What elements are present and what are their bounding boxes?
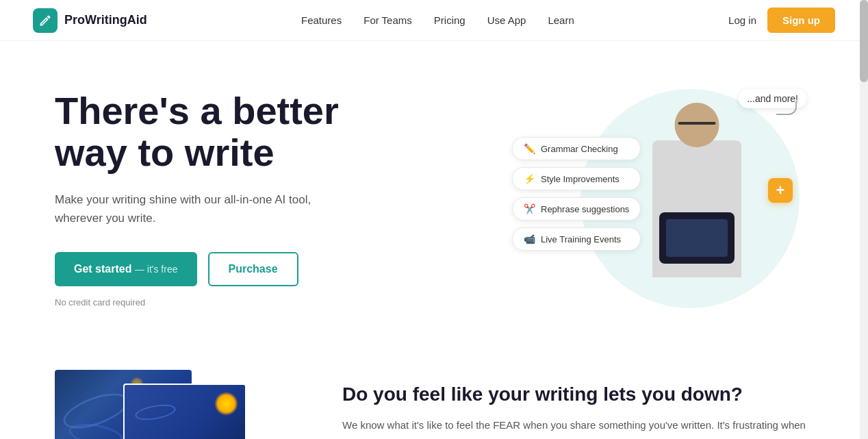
hero-section: There's a better way to write Make your … <box>0 41 868 342</box>
grammar-icon: ✏️ <box>524 143 535 154</box>
chip-training: 📹 Live Training Events <box>512 227 641 251</box>
login-link[interactable]: Log in <box>728 14 756 26</box>
nav-use-app[interactable]: Use App <box>487 14 526 26</box>
style-icon: ⚡ <box>524 173 535 184</box>
person-illustration <box>635 103 758 315</box>
lower-title: Do you feel like your writing lets you d… <box>342 384 813 405</box>
chip-style-label: Style Improvements <box>541 174 620 184</box>
and-more-tail <box>776 101 797 115</box>
rephrase-icon: ✂️ <box>524 203 535 214</box>
chip-grammar-label: Grammar Checking <box>541 144 618 154</box>
logo-text: ProWritingAid <box>64 13 147 27</box>
header: ProWritingAid Features For Teams Pricing… <box>0 0 868 41</box>
lower-description: We know what it's like to feel the FEAR … <box>342 416 813 439</box>
nav-for-teams[interactable]: For Teams <box>363 14 412 26</box>
chip-training-label: Live Training Events <box>541 234 621 244</box>
no-credit-text: No credit card required <box>55 297 342 308</box>
hero-title-line2: way to write <box>55 131 275 174</box>
painting-area: My idea in my head <box>55 370 301 439</box>
chip-grammar: ✏️ Grammar Checking <box>512 137 641 160</box>
logo-svg <box>38 14 52 27</box>
purchase-button[interactable]: Purchase <box>208 252 298 286</box>
logo-icon <box>33 8 58 33</box>
training-icon: 📹 <box>524 234 535 244</box>
logo[interactable]: ProWritingAid <box>33 8 147 33</box>
person-head <box>675 103 719 147</box>
hero-title: There's a better way to write <box>55 90 342 174</box>
laptop-screen <box>666 219 728 257</box>
nav-pricing[interactable]: Pricing <box>434 14 465 26</box>
hero-buttons: Get started — it's free Purchase <box>55 252 342 286</box>
hero-subtitle: Make your writing shine with our all-in-… <box>55 190 342 227</box>
hero-illustration: ✏️ Grammar Checking ⚡ Style Improvements… <box>512 82 813 315</box>
front-swirl <box>134 402 177 423</box>
feature-chips: ✏️ Grammar Checking ⚡ Style Improvements… <box>512 137 641 251</box>
hero-title-line1: There's a better <box>55 89 339 132</box>
lower-section: My idea in my head Do you feel like your… <box>0 370 868 439</box>
get-started-button[interactable]: Get started — it's free <box>55 252 197 286</box>
chip-style: ⚡ Style Improvements <box>512 167 641 190</box>
nav-features[interactable]: Features <box>301 14 342 26</box>
painting-front <box>123 384 246 439</box>
navigation: Features For Teams Pricing Use App Learn <box>301 14 574 26</box>
laptop <box>659 212 735 264</box>
nav-learn[interactable]: Learn <box>548 14 574 26</box>
plus-badge: + <box>768 178 793 203</box>
front-moon <box>214 392 238 416</box>
chip-rephrase-label: Rephrase suggestions <box>541 204 629 214</box>
chip-rephrase: ✂️ Rephrase suggestions <box>512 197 641 221</box>
hero-left: There's a better way to write Make your … <box>55 90 342 308</box>
person-glasses <box>678 122 716 125</box>
signup-button[interactable]: Sign up <box>767 8 835 33</box>
free-label: — it's free <box>135 264 178 275</box>
get-started-label: Get started <box>74 263 131 275</box>
scrollbar-thumb[interactable] <box>860 0 868 82</box>
header-actions: Log in Sign up <box>728 8 835 33</box>
lower-right-text: Do you feel like your writing lets you d… <box>342 370 813 439</box>
page-scrollbar[interactable] <box>860 0 868 439</box>
